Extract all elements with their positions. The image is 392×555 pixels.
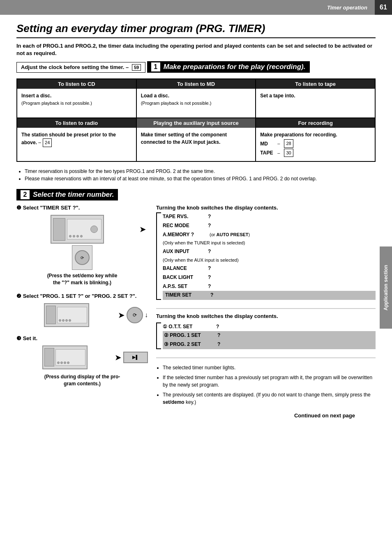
- arrow-icon-2: ➤: [118, 310, 125, 320]
- md-ref: 28: [284, 139, 293, 148]
- tape-ref-row: TAPE – 30: [260, 149, 371, 157]
- page-title: Setting an everyday timer program (PRG. …: [16, 22, 376, 38]
- page-number: 61: [375, 0, 392, 15]
- right-note-2: If the selected timer number has a previ…: [163, 374, 376, 389]
- panel-tape-body: Set a tape into.: [256, 89, 375, 117]
- knob-item-aps: A.P.S. SET ?: [163, 282, 376, 291]
- device-row-3: ➤ ▶▌: [16, 344, 148, 371]
- panel-tape: To listen to tape Set a tape into.: [256, 79, 375, 118]
- panel-radio: To listen to radio The station should be…: [17, 118, 136, 161]
- knob-item-timer-set: TIMER SET ?: [163, 291, 376, 300]
- prog-item-prog1: ② PROG. 1 SET ?: [163, 331, 376, 340]
- clock-note: Adjust the clock before setting the time…: [16, 62, 145, 73]
- knob-display-2-title: Turning the knob switches the display co…: [156, 313, 376, 319]
- main-content: Setting an everyday timer program (PRG. …: [0, 15, 392, 435]
- prog-item-prog2: ③ PROG. 2 SET ?: [163, 340, 376, 349]
- panel-md: To listen to MD Load a disc. (Program pl…: [136, 79, 256, 118]
- sub-step-3-label: ❸ Set it.: [16, 335, 148, 341]
- sub-step-3: ❸ Set it.: [16, 335, 148, 387]
- panel-recording-header: For recording: [256, 118, 375, 128]
- sub-step-1-label: ❶ Select "TIMER SET ?".: [16, 205, 148, 211]
- section-label: Timer operation: [327, 5, 367, 11]
- knob-item-balance: BALANCE ?: [163, 264, 376, 273]
- tape-ref: 30: [284, 149, 293, 157]
- panel-cd-header: To listen to CD: [17, 79, 136, 89]
- device-illustration-3: [42, 345, 88, 369]
- step2-number: 2: [21, 190, 30, 199]
- bullet-2: Please make reservations with an interva…: [25, 175, 376, 182]
- knob-illustration: [90, 226, 98, 233]
- panel-cd-body: Insert a disc. (Program playback is not …: [17, 89, 136, 117]
- sidebar-label-text: Application section: [383, 265, 389, 311]
- panel-radio-header: To listen to radio: [17, 118, 136, 128]
- device-illustration-2: [44, 303, 89, 327]
- knob-display-2: Turning the knob switches the display co…: [156, 313, 376, 349]
- panel-aux: Playing the auxiliary input source Make …: [136, 118, 256, 161]
- step2-title: Select the timer number.: [33, 191, 114, 199]
- continued-footer: Continued on next page: [16, 412, 376, 427]
- panel-md-header: To listen to MD: [137, 79, 256, 89]
- device-row-2: ➤ ⟳ ↓: [16, 302, 148, 329]
- knob-item-aux: AUX INPUT ?: [163, 247, 376, 256]
- step1-title: Make preparations for the play (recordin…: [164, 63, 306, 71]
- panel-recording: For recording Make preparations for reco…: [256, 118, 375, 161]
- sub-step-2-label: ❷ Select "PROG. 1 SET ?" or "PROG. 2 SET…: [16, 293, 148, 299]
- panel-aux-header: Playing the auxiliary input source: [137, 118, 256, 128]
- panel-radio-body: The station should be preset prior to th…: [17, 128, 136, 157]
- step1-header: 1 Make preparations for the play (record…: [147, 61, 310, 73]
- intro-text: In each of PROG.1 and PROG.2, the timer …: [16, 42, 376, 57]
- bullet-notes: Timer reservation is possible for the tw…: [16, 168, 376, 182]
- knob-display-1-title: Turning the knob switches the display co…: [156, 205, 376, 211]
- right-note-3: The previously set contents are displaye…: [163, 391, 376, 406]
- step2-columns: ❶ Select "TIMER SET ?".: [16, 205, 376, 408]
- knob-item-tuner-note: (Only when the TUNER input is selected): [163, 239, 376, 247]
- bullet-1: Timer reservation is possible for the tw…: [25, 168, 376, 175]
- step2-right: Turning the knob switches the display co…: [156, 205, 376, 408]
- panel-md-body: Load a disc. (Program playback is not po…: [137, 89, 256, 117]
- panel-grid: To listen to CD Insert a disc. (Program …: [16, 78, 376, 162]
- step2-area: 2 Select the timer number. ❶ Select "TIM…: [16, 189, 376, 408]
- step2-left: ❶ Select "TIMER SET ?".: [16, 205, 148, 408]
- radio-ref: 24: [43, 138, 52, 147]
- right-note-1: The selected timer number lights.: [163, 364, 376, 371]
- arrow-icon-1: ➤: [139, 224, 146, 234]
- knob-item-aux-note: (Only when the AUX input is selected): [163, 256, 376, 265]
- sidebar-label-container: Application section: [380, 246, 392, 329]
- panel-aux-body: Make timer setting of the component conn…: [137, 128, 256, 157]
- knob-icon-2: ⟳: [127, 307, 143, 323]
- top-header-bar: Timer operation: [0, 0, 392, 15]
- md-ref-row: MD – 28: [260, 139, 371, 148]
- prog-item-ott: ① O.T.T. SET ?: [163, 322, 376, 332]
- arrow-icon-3: ➤: [115, 352, 122, 362]
- knob-item-tape-rvs: TAPE RVS. ?: [163, 212, 376, 221]
- sub-step-2: ❷ Select "PROG. 1 SET ?" or "PROG. 2 SET…: [16, 293, 148, 329]
- right-notes: The selected timer number lights. If the…: [156, 364, 376, 406]
- sub-step-1-caption: (Press the set/demo key while the "?" ma…: [16, 272, 148, 286]
- arrow-down-icon: ↓: [145, 311, 148, 319]
- device-row-1: ➤: [16, 213, 148, 245]
- device-illustration-1: [51, 215, 104, 244]
- step2-header: 2 Select the timer number.: [16, 189, 118, 200]
- device-knob-illustration: ⟳: [72, 245, 92, 270]
- knob-item-rec-mode: REC MODE ?: [163, 221, 376, 230]
- sub-step-1: ❶ Select "TIMER SET ?".: [16, 205, 148, 286]
- knob-item-backlight: BACK LIGHT ?: [163, 273, 376, 282]
- panel-tape-header: To listen to tape: [256, 79, 375, 89]
- set-button-illustration: ▶▌: [123, 352, 148, 363]
- sub-step-3-caption: (Press during display of the pro- gram c…: [16, 373, 148, 387]
- panel-recording-body: Make preparations for recording. MD – 28…: [256, 128, 375, 161]
- step1-number: 1: [151, 62, 160, 71]
- clock-ref: 59: [132, 64, 141, 71]
- panel-cd: To listen to CD Insert a disc. (Program …: [17, 79, 136, 118]
- knob-item-amemory: A.MEMORY ? (or AUTO PRESET): [163, 230, 376, 240]
- knob-display-1: Turning the knob switches the display co…: [156, 205, 376, 299]
